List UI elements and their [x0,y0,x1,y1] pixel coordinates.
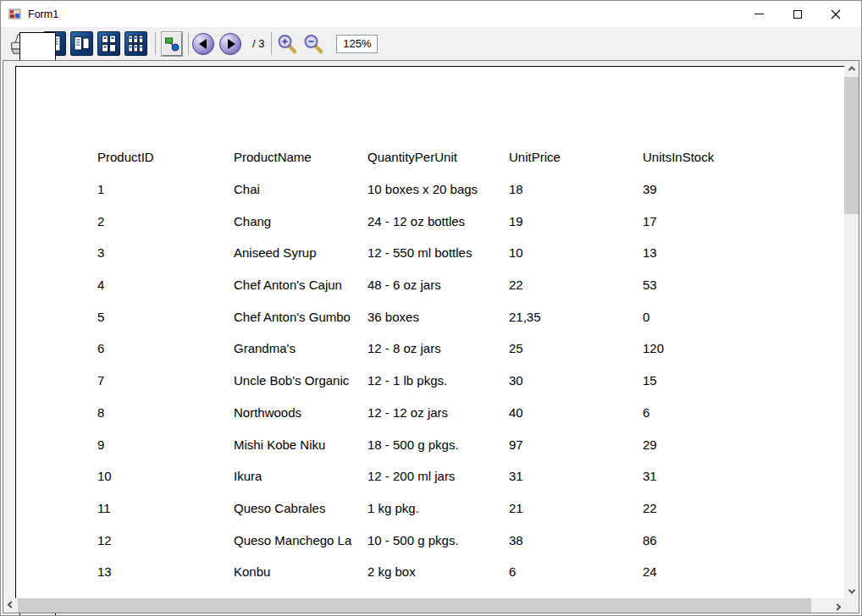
six-page-view-icon [128,35,144,52]
table-cell: Chang [234,214,367,228]
table-cell: 12 - 12 oz jars [367,405,509,420]
table-cell: 36 boxes [367,310,509,324]
table-cell: 22 [643,501,761,515]
vertical-scrollbar[interactable] [844,61,859,598]
table-cell: 10 [509,245,643,260]
table-cell: 12 [97,533,234,547]
table-cell: Queso Manchego La [234,533,367,547]
horizontal-scrollbar[interactable] [3,598,844,613]
table-cell: Chef Anton's Gumbo [234,310,367,324]
table-cell: Grandma's [234,341,367,355]
table-cell: 30 [509,373,643,388]
zoom-in-icon [276,33,298,55]
scroll-right-button[interactable] [830,598,844,613]
column-header: UnitsInStock [643,150,761,164]
scroll-down-button[interactable] [844,584,859,598]
table-cell: 18 [509,182,643,196]
column-header: QuantityPerUnit [367,150,509,164]
chevron-left-icon [7,601,14,608]
zoom-in-button[interactable] [275,32,298,56]
table-cell: Ikura [234,469,367,483]
table-cell: 39 [643,182,761,196]
vertical-scroll-thumb[interactable] [844,77,859,214]
table-cell: 10 boxes x 20 bags [367,182,509,196]
table-cell: 48 - 6 oz jars [367,278,509,292]
table-cell: 10 - 500 g pkgs. [367,533,509,547]
two-page-view-button[interactable] [70,31,93,56]
table-cell: 12 - 550 ml bottles [367,245,509,260]
table-cell: 0 [643,310,761,324]
chevron-right-icon [833,603,840,610]
toolbar-separator [188,32,189,55]
window-controls [740,1,854,27]
window-title: Form1 [28,8,58,20]
table-cell: 18 - 500 g pkgs. [367,437,509,452]
four-page-view-icon [101,35,117,52]
table-cell: 38 [509,533,643,547]
table-cell: 19 [509,214,643,228]
table-cell: Chef Anton's Cajun [234,278,367,292]
table-cell: Queso Cabrales [234,501,367,515]
table-cell: 31 [643,469,761,483]
table-cell: Northwoods [234,405,367,420]
two-page-view-icon [74,35,90,52]
table-cell: 6 [509,564,643,579]
table-cell: 86 [643,533,761,547]
table-cell: 12 - 8 oz jars [367,341,509,355]
previous-page-icon [199,39,207,49]
table-cell: 11 [97,501,234,515]
table-cell: 2 [97,214,234,228]
minimize-button[interactable] [740,1,778,27]
previous-page-button[interactable] [192,33,214,55]
zoom-level-input[interactable] [336,35,378,53]
next-page-button[interactable] [219,33,241,55]
table-cell: 53 [643,278,761,292]
table-cell: 13 [97,564,234,579]
close-button[interactable] [816,1,854,27]
chevron-up-icon [848,66,854,73]
print-preview-area: ProductIDProductNameQuantityPerUnitUnitP… [3,60,859,613]
four-page-view-button[interactable] [97,31,120,56]
next-page-icon [228,39,235,49]
report-page: ProductIDProductNameQuantityPerUnitUnitP… [15,66,859,613]
zoom-out-icon [302,33,324,55]
table-cell: 1 kg pkg. [367,501,509,515]
scroll-up-button[interactable] [844,61,859,75]
form-window: Form1 [0,0,862,616]
scroll-left-button[interactable] [3,598,18,613]
table-cell: 29 [643,437,761,452]
form-app-icon [8,8,22,21]
toolbar-separator [271,32,272,55]
table-cell: 21,35 [509,310,643,324]
table-cell: 120 [643,341,761,355]
preview-toolbar: / 3 [1,27,861,60]
minimize-icon [754,14,764,14]
report-table: ProductIDProductNameQuantityPerUnitUnitP… [97,141,761,588]
table-cell: 15 [643,373,761,388]
table-cell: 24 - 12 oz bottles [367,214,509,228]
scrollbar-corner [844,598,859,613]
table-cell: 40 [509,405,643,420]
table-cell: Mishi Kobe Niku [234,437,367,452]
page-count-label: / 3 [252,37,264,50]
table-cell: Uncle Bob's Organic [234,373,367,388]
table-cell: 9 [97,437,234,452]
table-cell: Chai [234,182,367,196]
six-page-view-button[interactable] [124,31,147,56]
horizontal-scroll-thumb[interactable] [18,598,811,613]
table-cell: 10 [97,469,234,483]
table-cell: 21 [509,501,643,515]
maximize-button[interactable] [778,1,816,27]
table-cell: 13 [643,245,761,260]
zoom-out-button[interactable] [301,32,324,56]
table-cell: 2 kg box [367,564,509,579]
table-cell: 3 [97,245,234,260]
column-header: ProductName [234,150,367,164]
table-cell: 12 - 1 lb pkgs. [367,373,509,388]
chart-button[interactable] [162,32,182,56]
column-header: ProductID [97,150,234,164]
toolbar-separator [155,32,156,55]
chevron-down-icon [848,586,854,593]
table-cell: 25 [509,341,643,355]
close-icon [831,9,841,19]
